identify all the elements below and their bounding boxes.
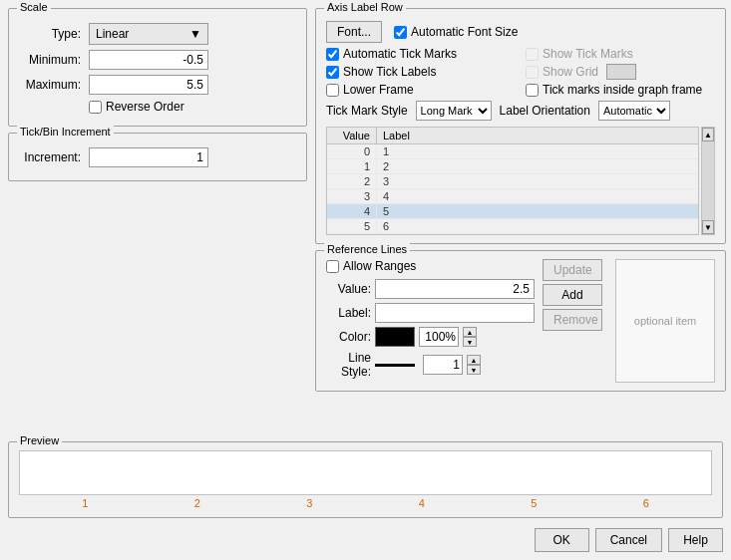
bottom-bar: OK Cancel Help bbox=[0, 524, 731, 560]
color-row: Color: ▲ ▼ bbox=[326, 327, 535, 347]
allow-ranges-checkbox[interactable] bbox=[326, 260, 339, 273]
reference-lines-group: Reference Lines Allow Ranges Value: Labe… bbox=[315, 250, 726, 392]
type-dropdown[interactable]: Linear ▼ bbox=[89, 23, 208, 45]
label-col-header: Label bbox=[377, 128, 698, 143]
update-button[interactable]: Update bbox=[543, 259, 602, 281]
maximum-input[interactable] bbox=[89, 75, 208, 95]
spin-down-button[interactable]: ▼ bbox=[463, 337, 477, 347]
table-row[interactable]: 0 1 bbox=[327, 144, 698, 159]
optional-item-area: optional item bbox=[615, 259, 715, 383]
axis-label-group: Axis Label Row Font... Automatic Font Si… bbox=[315, 8, 726, 244]
lower-frame-label: Lower Frame bbox=[343, 83, 414, 97]
reference-lines-title: Reference Lines bbox=[324, 243, 410, 255]
scale-group: Scale Type: Linear ▼ Minimum: Maximum: R… bbox=[8, 8, 307, 127]
color-pct-spinner: ▲ ▼ bbox=[463, 327, 477, 347]
value-input[interactable] bbox=[375, 279, 535, 299]
preview-title: Preview bbox=[17, 434, 62, 446]
show-tick-labels-label: Show Tick Labels bbox=[343, 65, 436, 79]
table-row[interactable]: 1 2 bbox=[327, 159, 698, 174]
preview-axis: 1 2 3 4 5 6 bbox=[19, 495, 712, 509]
color-label: Color: bbox=[326, 330, 371, 344]
scroll-track bbox=[702, 141, 714, 220]
tick-6: 6 bbox=[643, 497, 649, 509]
preview-group: Preview 1 2 3 4 5 6 bbox=[8, 441, 723, 518]
auto-tick-marks-checkbox[interactable] bbox=[326, 48, 339, 61]
table-row[interactable]: 4 5 bbox=[327, 204, 698, 219]
color-picker[interactable] bbox=[375, 327, 415, 347]
color-pct-input[interactable] bbox=[419, 327, 459, 347]
value-label: Value: bbox=[326, 282, 371, 296]
dropdown-arrow-icon: ▼ bbox=[189, 27, 201, 41]
tick-style-row: Tick Mark Style Long Mark Short Mark No … bbox=[326, 101, 715, 121]
tick-2: 2 bbox=[194, 497, 200, 509]
reference-lines-inner: Allow Ranges Value: Label: Color: bbox=[326, 259, 715, 383]
line-spin-down-button[interactable]: ▼ bbox=[467, 365, 481, 375]
reverse-order-checkbox[interactable] bbox=[89, 101, 102, 114]
allow-ranges-label: Allow Ranges bbox=[343, 259, 416, 273]
scroll-up-button[interactable]: ▲ bbox=[702, 128, 714, 141]
label-orientation-select[interactable]: Automatic Horizontal Vertical bbox=[598, 101, 670, 121]
value-label-table-container: Value Label 0 1 1 2 2 3 bbox=[326, 127, 715, 235]
line-style-input[interactable] bbox=[423, 355, 463, 375]
show-grid-checkbox[interactable] bbox=[526, 66, 539, 79]
show-tick-labels-item: Show Tick Labels bbox=[326, 64, 516, 80]
maximum-label: Maximum: bbox=[19, 78, 89, 92]
minimum-label: Minimum: bbox=[19, 53, 89, 67]
auto-tick-marks-label: Automatic Tick Marks bbox=[343, 47, 457, 61]
table-row[interactable]: 3 4 bbox=[327, 189, 698, 204]
table-header: Value Label bbox=[327, 128, 698, 144]
tick-3: 3 bbox=[306, 497, 312, 509]
auto-tick-marks-item: Automatic Tick Marks bbox=[326, 47, 516, 61]
table-row[interactable]: 5 6 bbox=[327, 219, 698, 234]
table-scrollbar[interactable]: ▲ ▼ bbox=[701, 127, 715, 235]
scroll-down-button[interactable]: ▼ bbox=[702, 220, 714, 234]
tick-mark-style-select[interactable]: Long Mark Short Mark No Mark bbox=[416, 101, 492, 121]
optional-item-text: optional item bbox=[634, 315, 696, 327]
grid-color-input bbox=[606, 64, 636, 80]
label-input[interactable] bbox=[375, 303, 535, 323]
show-tick-marks-label: Show Tick Marks bbox=[543, 47, 633, 61]
line-style-label: Line Style: bbox=[326, 351, 371, 379]
type-label: Type: bbox=[19, 27, 89, 41]
tick-mark-style-label: Tick Mark Style bbox=[326, 104, 408, 118]
tick-inside-checkbox[interactable] bbox=[526, 84, 539, 97]
show-grid-item: Show Grid bbox=[526, 64, 715, 80]
cancel-button[interactable]: Cancel bbox=[595, 528, 662, 552]
label-label: Label: bbox=[326, 306, 371, 320]
show-tick-marks-item: Show Tick Marks bbox=[526, 47, 715, 61]
table-row[interactable]: 2 3 bbox=[327, 174, 698, 189]
axis-label-title: Axis Label Row bbox=[324, 1, 406, 13]
tick-inside-item: Tick marks inside graph frame bbox=[526, 83, 715, 97]
value-row: Value: bbox=[326, 279, 535, 299]
preview-canvas bbox=[19, 450, 712, 495]
tick-1: 1 bbox=[82, 497, 88, 509]
remove-button[interactable]: Remove bbox=[543, 309, 602, 331]
auto-font-size-checkbox[interactable] bbox=[394, 26, 407, 39]
lower-frame-checkbox[interactable] bbox=[326, 84, 339, 97]
spin-up-button[interactable]: ▲ bbox=[463, 327, 477, 337]
show-tick-marks-checkbox[interactable] bbox=[526, 48, 539, 61]
value-label-table: Value Label 0 1 1 2 2 3 bbox=[326, 127, 699, 235]
show-grid-label: Show Grid bbox=[543, 65, 598, 79]
label-row: Label: bbox=[326, 303, 535, 323]
show-tick-labels-checkbox[interactable] bbox=[326, 66, 339, 79]
tick-inside-label: Tick marks inside graph frame bbox=[543, 83, 702, 97]
increment-input[interactable] bbox=[89, 147, 208, 167]
font-button[interactable]: Font... bbox=[326, 21, 382, 43]
label-orientation-label: Label Orientation bbox=[500, 104, 590, 118]
tick-bin-title: Tick/Bin Increment bbox=[17, 126, 114, 138]
increment-label: Increment: bbox=[19, 150, 89, 164]
line-spin-up-button[interactable]: ▲ bbox=[467, 355, 481, 365]
tick-bin-group: Tick/Bin Increment Increment: bbox=[8, 133, 307, 181]
ok-button[interactable]: OK bbox=[535, 528, 589, 552]
auto-font-size-label: Automatic Font Size bbox=[411, 25, 518, 39]
reference-lines-actions: Update Add Remove bbox=[543, 259, 607, 383]
reverse-order-label: Reverse Order bbox=[106, 100, 184, 114]
add-button[interactable]: Add bbox=[543, 284, 602, 306]
tick-4: 4 bbox=[419, 497, 425, 509]
help-button[interactable]: Help bbox=[668, 528, 723, 552]
line-style-preview bbox=[375, 364, 415, 367]
line-style-row: Line Style: ▲ ▼ bbox=[326, 351, 535, 379]
scale-title: Scale bbox=[17, 1, 51, 13]
minimum-input[interactable] bbox=[89, 50, 208, 70]
